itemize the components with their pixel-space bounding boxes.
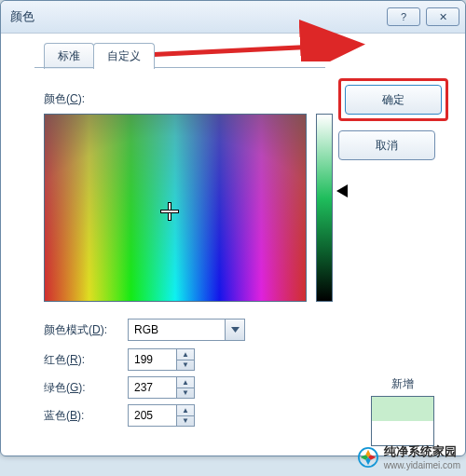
cancel-button[interactable]: 取消 (338, 130, 435, 160)
tab-standard[interactable]: 标准 (44, 43, 94, 69)
new-color-swatch (372, 397, 433, 421)
red-label: 红色(R): (44, 352, 122, 368)
green-input[interactable]: 237 ▲▼ (128, 376, 195, 399)
ok-button[interactable]: 确定 (345, 85, 442, 115)
blue-label: 蓝色(B): (44, 408, 122, 424)
blue-spinner[interactable]: ▲▼ (176, 405, 194, 426)
watermark-url: www.yidaimei.com (384, 460, 460, 470)
red-value: 199 (134, 353, 153, 366)
blue-input[interactable]: 205 ▲▼ (128, 404, 195, 427)
spin-up-icon: ▲ (177, 349, 194, 360)
green-spinner[interactable]: ▲▼ (176, 377, 194, 398)
close-icon: ✕ (439, 11, 447, 23)
spin-up-icon: ▲ (177, 405, 194, 416)
color-dialog: 颜色 ? ✕ 标准 自定义 颜色(C): 颜色模式(D): RGB (0, 0, 466, 456)
spin-down-icon: ▼ (177, 416, 194, 427)
dropdown-arrow-icon (225, 320, 244, 340)
new-label: 新增 (370, 376, 435, 392)
titlebar: 颜色 ? ✕ (1, 1, 465, 34)
watermark-text: 纯净系统家园 (384, 443, 460, 460)
red-spinner[interactable]: ▲▼ (176, 349, 194, 370)
green-label: 绿色(G): (44, 380, 122, 396)
tab-underline (34, 67, 325, 68)
spin-up-icon: ▲ (177, 377, 194, 388)
green-value: 237 (134, 381, 153, 394)
help-icon: ? (401, 11, 406, 22)
luminance-pointer-icon[interactable] (336, 184, 348, 200)
mode-select[interactable]: RGB (128, 319, 245, 341)
mode-label: 颜色模式(D): (44, 322, 122, 338)
crosshair-icon (163, 205, 176, 218)
spin-down-icon: ▼ (177, 360, 194, 371)
luminance-slider[interactable] (316, 114, 333, 302)
svg-marker-0 (336, 184, 348, 197)
watermark: 纯净系统家园 www.yidaimei.com (358, 443, 460, 470)
mode-value: RGB (134, 323, 158, 336)
tab-custom[interactable]: 自定义 (93, 43, 155, 69)
close-button[interactable]: ✕ (426, 7, 459, 26)
color-preview (371, 396, 434, 446)
blue-value: 205 (134, 409, 153, 422)
spin-down-icon: ▼ (177, 388, 194, 399)
svg-marker-1 (231, 327, 240, 333)
window-title: 颜色 (10, 8, 34, 25)
red-input[interactable]: 199 ▲▼ (128, 348, 195, 371)
colors-label: 颜色(C): (44, 91, 85, 107)
watermark-logo-icon (358, 447, 378, 468)
current-color-swatch (372, 421, 433, 445)
help-button[interactable]: ? (387, 7, 420, 26)
ok-highlight-annotation: 确定 (338, 78, 448, 121)
color-spectrum[interactable] (44, 114, 307, 302)
